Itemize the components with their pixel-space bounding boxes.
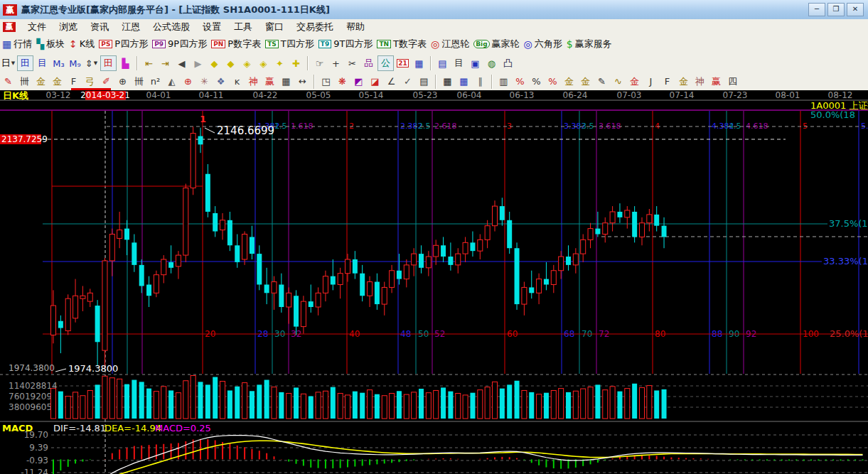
save-icon[interactable]: ▣ <box>468 56 483 70</box>
toolbar-hexagon-button[interactable]: ◎六角形 <box>524 38 562 50</box>
comb-tool-icon[interactable]: 卌 <box>17 75 32 89</box>
maximize-button[interactable]: ❐ <box>827 3 845 16</box>
web-save-icon[interactable]: ◍ <box>484 56 499 70</box>
mirror-line-icon[interactable]: ◭ <box>164 75 179 89</box>
menu-item-5[interactable]: 设置 <box>196 19 227 35</box>
percent-icon[interactable]: % <box>529 75 544 89</box>
toolbar-9p-square-button[interactable]: P99P四方形 <box>152 38 207 50</box>
gold-wave-icon[interactable]: ∿ <box>611 75 626 89</box>
compress-x-icon[interactable]: ◈ <box>256 56 271 70</box>
menu-item-0[interactable]: 文件 <box>21 19 53 35</box>
ray-box-purple-icon[interactable]: ◩ <box>351 75 366 89</box>
percent-line-icon[interactable]: % <box>545 75 560 89</box>
gold-comb-2-icon[interactable]: 金 <box>50 75 65 89</box>
grid-blue-icon[interactable]: ▦ <box>456 75 471 89</box>
fine-grid-icon[interactable]: ▤ <box>417 75 432 89</box>
menu-item-1[interactable]: 浏览 <box>53 19 84 35</box>
gann-highlight-icon[interactable]: 田 <box>100 55 117 71</box>
shen-angle-icon[interactable]: 神 <box>692 75 707 89</box>
width-measure-icon[interactable]: ↔ <box>295 75 310 89</box>
shift-right-icon[interactable]: ◆ <box>223 56 238 70</box>
menu-item-7[interactable]: 窗口 <box>259 19 290 35</box>
gold-line-icon[interactable]: 金 <box>578 75 593 89</box>
f-angle-icon[interactable]: F <box>660 75 675 89</box>
formula-tool-icon[interactable]: 公 <box>377 55 394 71</box>
slats-icon[interactable]: ∥ <box>473 75 488 89</box>
toolbar-t-square-button[interactable]: TST四方形 <box>265 38 314 50</box>
chart-canvas[interactable]: 03-122014-03-2104-0104-1104-2205-0505-14… <box>0 90 868 474</box>
first-bar-icon[interactable]: ⇤ <box>141 56 156 70</box>
shen-tool-icon[interactable]: 神 <box>246 75 261 89</box>
calculator-icon[interactable]: ▦ <box>412 56 427 70</box>
bow-tool-icon[interactable]: 弓 <box>82 75 97 89</box>
gold-circle-icon[interactable]: 金 <box>562 75 577 89</box>
toolbar-winner-wheel-button[interactable]: Big赢家轮 <box>473 38 519 50</box>
minimize-button[interactable]: ─ <box>808 3 825 16</box>
ying-angle-icon[interactable]: 赢 <box>709 75 724 89</box>
menu-item-3[interactable]: 江恩 <box>115 19 146 35</box>
gold-comb-1-icon[interactable]: 金 <box>33 75 48 89</box>
expand-all-icon[interactable]: ✦ <box>272 56 287 70</box>
compass-red-icon[interactable]: ⊕ <box>181 75 195 89</box>
strike-percent-icon[interactable]: % <box>513 75 527 89</box>
k-step-icon[interactable]: ĸ <box>230 75 245 89</box>
toolbar-market-quotes-button[interactable]: ▦行情 <box>2 38 32 50</box>
gold-angle-icon[interactable]: 金 <box>676 75 691 89</box>
magnet-tool-icon[interactable]: 品 <box>361 56 376 70</box>
toolbar-9t-square-button[interactable]: T99T四方形 <box>318 38 373 50</box>
notes-report-icon[interactable]: 目 <box>451 56 466 70</box>
next-bar-icon[interactable]: ▶ <box>191 56 205 70</box>
grid-123-icon[interactable]: ▦ <box>279 75 294 89</box>
j-angle-icon[interactable]: J <box>643 75 658 89</box>
center-cross-icon[interactable]: ✚ <box>289 56 304 70</box>
menu-item-9[interactable]: 帮助 <box>340 19 371 35</box>
chart-area[interactable]: 03-122014-03-2104-0104-1104-2205-0505-14… <box>0 90 868 474</box>
wave-3-icon[interactable]: M₃ <box>51 56 66 70</box>
toolbar-sectors-button[interactable]: ▚板块 <box>36 38 65 50</box>
crosshair-icon[interactable]: + <box>328 56 343 70</box>
pin-dropdown-icon[interactable]: ⇕▼ <box>84 56 99 70</box>
ying-tool-icon[interactable]: 赢 <box>262 75 277 89</box>
web-box-icon[interactable]: ❖ <box>213 75 228 89</box>
spreadsheet-icon[interactable]: ▤ <box>435 56 450 70</box>
toolbar-p-square-button[interactable]: PSP四方形 <box>99 38 148 50</box>
check-lines-icon[interactable]: ✓ <box>400 75 415 89</box>
comb-plain-icon[interactable]: 卌 <box>132 75 146 89</box>
toolbar-winner-service-button[interactable]: $赢家服务 <box>567 38 612 50</box>
pen-red-icon[interactable]: ✎ <box>1 75 16 89</box>
report-view-icon[interactable]: 目 <box>35 56 50 70</box>
cycle-clock-icon[interactable]: ⊕ <box>115 75 130 89</box>
period-selector-icon[interactable]: 日▼ <box>1 56 16 70</box>
volume-profile-icon[interactable]: ▙ <box>118 56 133 70</box>
corner-grid-icon[interactable]: ◳ <box>318 75 333 89</box>
prev-bar-icon[interactable]: ◀ <box>174 56 189 70</box>
f-tool-icon[interactable]: F <box>66 75 81 89</box>
ink-pen-icon[interactable]: ✎ <box>594 75 609 89</box>
menu-item-2[interactable]: 资讯 <box>84 19 115 35</box>
wave-9-icon[interactable]: M₉ <box>68 56 82 70</box>
pattern-window-icon[interactable]: 田 <box>17 55 33 71</box>
calendar-21-icon[interactable]: 21 <box>395 56 410 70</box>
ray-fan-icon[interactable]: ❋ <box>335 75 350 89</box>
n-squared-icon[interactable]: n² <box>148 75 163 89</box>
toolbar-t-number-table-button[interactable]: TNT数字表 <box>377 38 427 50</box>
shift-left-icon[interactable]: ◆ <box>207 56 222 70</box>
menu-item-6[interactable]: 工具 <box>227 19 259 35</box>
si-angle-icon[interactable]: 四 <box>725 75 740 89</box>
angle-line-icon[interactable]: ∠ <box>384 75 399 89</box>
expand-x-icon[interactable]: ◈ <box>240 56 254 70</box>
mini-grid-icon[interactable]: ▥ <box>496 75 511 89</box>
marker-pen-icon[interactable]: ✐ <box>99 75 114 89</box>
gold-strike-icon[interactable]: 金 <box>627 75 642 89</box>
menu-item-4[interactable]: 公式选股 <box>146 19 196 35</box>
print-icon[interactable]: 凸 <box>500 56 515 70</box>
last-bar-icon[interactable]: ⇥ <box>158 56 173 70</box>
close-button[interactable]: ✕ <box>847 3 864 16</box>
toolbar-gann-wheel-button[interactable]: ◎江恩轮 <box>431 38 469 50</box>
radial-web-icon[interactable]: ✳ <box>197 75 212 89</box>
toolbar-p-number-table-button[interactable]: PNP数字表 <box>211 38 261 50</box>
pan-hand-icon[interactable]: ☞ <box>312 56 327 70</box>
menu-item-8[interactable]: 交易委托 <box>290 19 340 35</box>
grid-dark-icon[interactable]: ▦ <box>440 75 455 89</box>
scissors-icon[interactable]: ✂ <box>345 56 360 70</box>
